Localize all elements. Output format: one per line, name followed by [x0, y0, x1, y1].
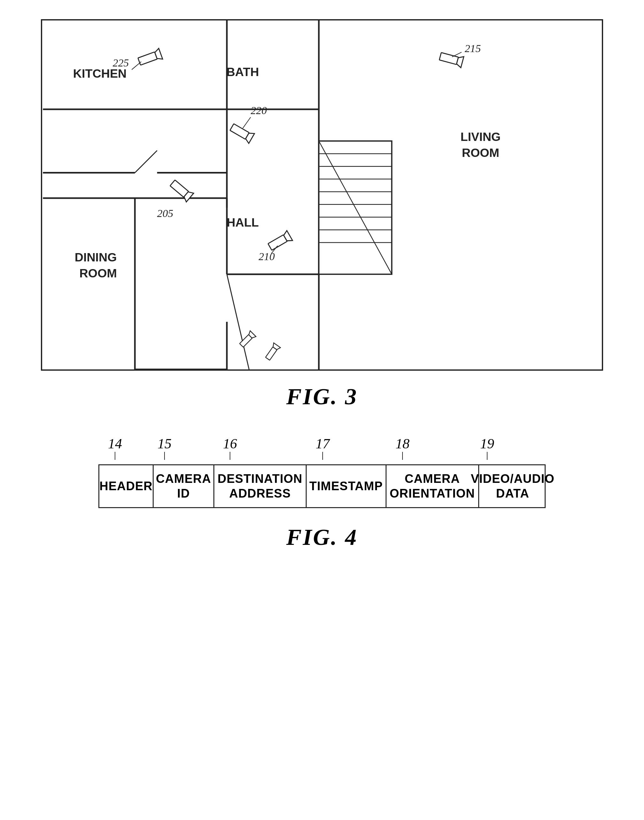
living-room-label2: ROOM [462, 146, 499, 160]
fig4-container: 14 15 16 17 18 [26, 436, 618, 508]
kitchen-label: KITCHEN [73, 67, 127, 80]
hall-label: HALL [227, 216, 259, 229]
video-audio-data-field: VIDEO/AUDIODATA [479, 465, 546, 507]
camera-orientation-label: CAMERAORIENTATION [390, 472, 475, 501]
svg-line-33 [243, 117, 251, 129]
field-num-14: 14 [108, 436, 122, 460]
ref-205: 205 [157, 207, 173, 219]
fig3-label: FIG. 3 [26, 384, 618, 410]
svg-line-27 [132, 62, 141, 70]
field-num-19: 19 [480, 436, 494, 460]
video-audio-data-label: VIDEO/AUDIODATA [471, 472, 555, 501]
ref-215: 215 [465, 43, 481, 54]
living-room-label: LIVING [460, 130, 501, 143]
field-num-17: 17 [316, 436, 330, 460]
fig4-label: FIG. 4 [26, 524, 618, 551]
svg-line-23 [227, 274, 249, 369]
destination-address-field: DESTINATIONADDRESS [214, 465, 307, 507]
camera-id-field-label: CAMERAID [156, 472, 211, 501]
camera-id-field: CAMERAID [154, 465, 214, 507]
camera-orientation-field: CAMERAORIENTATION [386, 465, 479, 507]
ref-210: 210 [258, 250, 275, 263]
timestamp-field: TIMESTAMP [307, 465, 386, 507]
svg-line-6 [135, 150, 157, 173]
floorplan-diagram: KITCHEN BATH LIVING ROOM DINING ROOM HAL… [41, 19, 603, 371]
field-num-15: 15 [158, 436, 172, 460]
destination-address-label: DESTINATIONADDRESS [218, 472, 302, 501]
page-content: KITCHEN BATH LIVING ROOM DINING ROOM HAL… [0, 0, 644, 820]
data-structure-boxes: HEADER CAMERAID DESTINATIONADDRESS TIMES… [98, 464, 546, 508]
field-num-16: 16 [223, 436, 237, 460]
ref-220: 220 [251, 104, 267, 116]
dining-room-label2: ROOM [80, 267, 117, 280]
bath-label: BATH [227, 65, 259, 78]
timestamp-field-label: TIMESTAMP [309, 479, 383, 494]
svg-rect-28 [439, 52, 458, 64]
field-num-18: 18 [396, 436, 409, 460]
ref-225: 225 [113, 57, 129, 69]
header-field-label: HEADER [99, 479, 152, 494]
dining-room-label: DINING [75, 250, 117, 264]
svg-rect-25 [138, 52, 157, 65]
header-field: HEADER [99, 465, 154, 507]
